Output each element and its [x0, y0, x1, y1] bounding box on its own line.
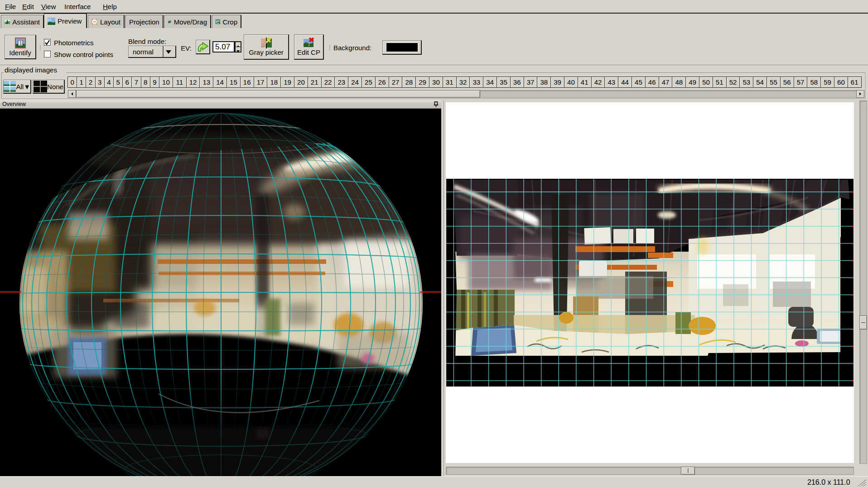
svg-text:1: 1: [19, 40, 22, 46]
svg-text:GL: GL: [48, 18, 52, 21]
